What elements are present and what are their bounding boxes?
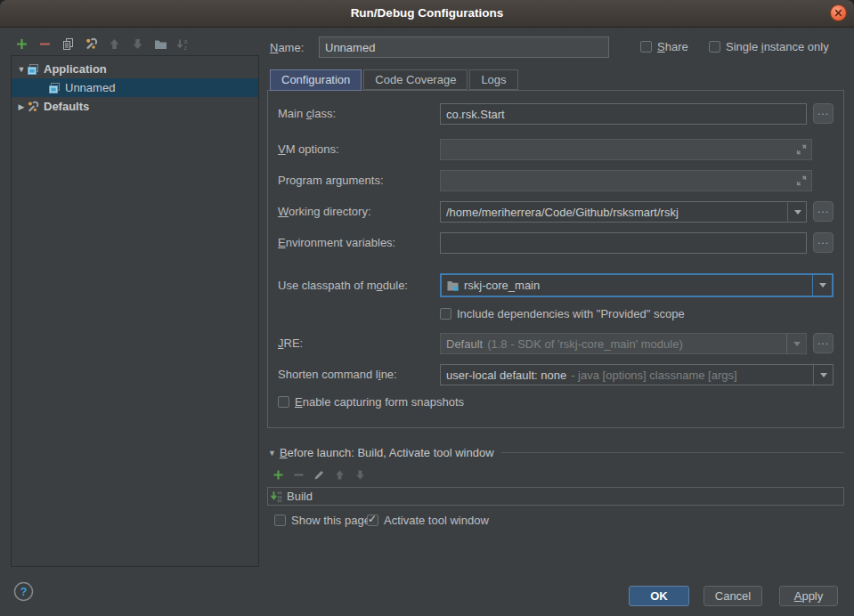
jre-combo[interactable]: Default (1.8 - SDK of 'rskj-core_main' m… [440,333,807,354]
tree-item-unnamed[interactable]: Unnamed [12,78,258,97]
tab-configuration[interactable]: Configuration [270,69,362,91]
close-button[interactable] [830,4,847,21]
program-arguments-input[interactable] [440,170,812,191]
dropdown-arrow-icon [820,373,827,377]
classpath-module-dropdown-button[interactable] [812,275,832,296]
close-icon [834,9,842,17]
working-directory-input[interactable] [440,201,807,223]
move-down-icon[interactable] [130,36,145,52]
tab-bar: Configuration Code Coverage Logs [270,69,520,91]
dropdown-arrow-icon [819,283,826,288]
classpath-module-label: Use classpath of module: [278,279,408,292]
remove-task-icon[interactable] [292,468,305,482]
shorten-value-secondary: - java [options] classname [args] [571,369,736,382]
jre-value-secondary: (1.8 - SDK of 'rskj-core_main' module) [487,337,683,351]
tree-item-label: Application [44,62,107,76]
tree-item-defaults[interactable]: ▶ Defaults [12,97,258,116]
before-launch-label: Before launch: [280,446,354,459]
classpath-module-value: rskj-core_main [464,279,540,292]
name-input[interactable] [319,36,609,58]
activate-tool-window-option: Activate tool window [367,514,489,527]
show-this-page-checkbox[interactable] [274,515,286,526]
apply-button[interactable]: Apply [779,586,838,606]
jre-value-primary: Default [446,337,483,351]
single-instance-checkbox[interactable] [709,41,720,53]
add-task-icon[interactable] [272,468,285,482]
vm-options-label: VM options: [278,142,339,156]
main-class-field-wrap [440,103,807,125]
sort-alphabetically-icon[interactable]: az [175,36,191,52]
section-divider [501,452,844,453]
before-launch-task-row[interactable]: 011001 Build [267,487,844,506]
dropdown-arrow-icon [794,210,801,215]
include-provided-checkbox[interactable] [440,308,451,320]
dropdown-arrow-icon [793,342,801,346]
tree-collapsed-icon[interactable]: ▶ [17,102,26,111]
share-option: Share [640,40,688,53]
section-collapse-icon[interactable]: ▼ [268,449,276,458]
svg-text:01: 01 [278,498,282,503]
environment-variables-input[interactable] [440,232,807,254]
svg-text:z: z [184,45,188,51]
edit-task-icon[interactable] [313,468,326,482]
configurations-tree: ▼ Application Unnamed ▶ Defaults [11,55,259,567]
name-label: Name: [270,41,304,54]
task-label: Build [287,490,313,503]
jre-browse-button[interactable]: ... [813,333,834,353]
activate-tool-window-checkbox[interactable] [367,515,378,526]
working-directory-dropdown-button[interactable] [787,201,807,223]
main-class-browse-button[interactable]: ... [813,103,834,124]
activate-tool-window-label: Activate tool window [384,514,489,527]
expand-field-icon[interactable] [795,143,808,156]
vm-options-field-wrap [440,139,812,160]
program-arguments-label: Program arguments: [278,174,384,187]
shorten-value-primary: user-local default: none [446,369,566,382]
shorten-command-line-label: Shorten command line: [278,368,397,381]
expand-field-icon[interactable] [795,174,808,187]
classpath-module-combo[interactable]: rskj-core_main [440,273,834,297]
build-icon: 011001 [271,490,283,503]
vm-options-input[interactable] [440,139,812,160]
application-icon [47,81,61,95]
tree-item-label: Defaults [44,100,89,113]
shorten-command-line-combo[interactable]: user-local default: none - java [options… [440,364,834,385]
move-up-icon[interactable] [107,36,122,52]
tree-item-application[interactable]: ▼ Application [12,60,258,78]
shorten-dropdown-button[interactable] [813,365,833,385]
task-move-up-icon[interactable] [333,468,346,482]
edit-defaults-icon[interactable] [84,36,99,52]
tree-expanded-icon[interactable]: ▼ [17,65,26,74]
main-class-input[interactable] [440,103,807,125]
tab-code-coverage[interactable]: Code Coverage [363,69,468,90]
defaults-wrench-icon [26,100,40,114]
folder-icon[interactable] [153,36,168,52]
task-move-down-icon[interactable] [354,468,367,482]
before-launch-header: ▼ Before launch: Build, Activate tool wi… [268,446,844,459]
before-launch-summary: Build, Activate tool window [354,446,494,459]
help-icon: ? [13,581,34,602]
capture-snapshots-checkbox[interactable] [278,396,289,408]
tab-logs[interactable]: Logs [469,69,517,90]
main-class-label: Main class: [278,107,336,120]
capture-snapshots-label: Enable capturing form snapshots [295,395,464,409]
program-arguments-field-wrap [440,170,812,191]
module-icon [447,280,459,291]
help-button[interactable]: ? [13,581,34,602]
working-directory-browse-button[interactable]: ... [813,201,834,222]
share-label: Share [657,40,688,53]
titlebar[interactable]: Run/Debug Configurations [0,0,854,28]
tree-item-label: Unnamed [65,81,115,94]
remove-icon[interactable] [37,36,53,52]
share-checkbox[interactable] [640,41,652,53]
configuration-panel: Main class: ... VM options: Program argu… [267,90,844,428]
window-title: Run/Debug Configurations [0,6,854,20]
svg-text:a: a [184,38,188,45]
copy-icon[interactable] [61,36,76,52]
run-debug-configurations-dialog: Run/Debug Configurations az ▼ Applicatio… [0,0,854,616]
cancel-button[interactable]: Cancel [704,586,762,606]
jre-dropdown-button[interactable] [786,334,806,353]
ok-button[interactable]: OK [629,586,689,606]
environment-variables-browse-button[interactable]: ... [813,232,834,253]
jre-label: JRE: [278,336,303,350]
add-icon[interactable] [14,36,29,52]
